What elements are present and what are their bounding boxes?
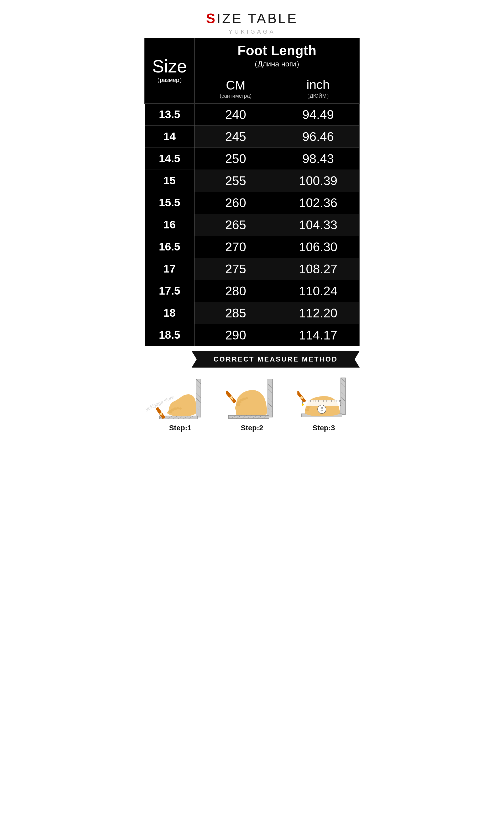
table-row: 15.5260102.36 [144,192,360,214]
td-inch: 112.20 [277,302,360,324]
td-inch: 114.17 [277,324,360,346]
td-inch: 102.36 [277,192,360,214]
td-cm: 285 [194,302,277,324]
svg-point-47 [245,397,248,399]
td-cm: 265 [194,214,277,236]
td-size: 15.5 [144,192,194,214]
svg-rect-33 [229,415,269,418]
step3-illustration: 26 cm [297,374,350,421]
brand-label: YUKIGAGA [229,28,275,35]
step3-label: Step:3 [313,424,335,432]
th-cm-main: CM [197,78,274,93]
td-size: 17.5 [144,280,194,302]
table-row: 18.5290114.17 [144,324,360,346]
td-inch: 98.43 [277,148,360,170]
th-cm-sub: (сантиметра) [197,93,274,99]
table-row: 16.5270106.30 [144,236,360,258]
divider-left [193,32,224,32]
td-cm: 270 [194,236,277,258]
td-size: 14.5 [144,148,194,170]
svg-point-20 [176,407,179,409]
th-size-sub: （размер） [145,76,194,84]
td-inch: 108.27 [277,258,360,280]
table-body: 13.524094.491424596.4614.525098.43152551… [144,103,360,346]
td-cm: 245 [194,126,277,148]
td-size: 14 [144,126,194,148]
td-cm: 240 [194,103,277,126]
title-rest: IZE TABLE [217,11,298,26]
method-area: yukigaga store CORRECT MEASURE METHOD [144,351,360,437]
th-inch: inch （ДЮЙМ） [277,74,360,103]
td-inch: 106.30 [277,236,360,258]
step2-label: Step:2 [241,424,263,432]
svg-point-60 [305,409,309,411]
td-inch: 104.33 [277,214,360,236]
th-size: Size （размер） [144,38,194,103]
td-cm: 250 [194,148,277,170]
td-size: 17 [144,258,194,280]
th-inch-main: inch [280,78,356,92]
th-size-main: Size [145,57,194,75]
table-row: 16265104.33 [144,214,360,236]
table-row: 17275108.27 [144,258,360,280]
th-foot-main: Foot Length [197,43,356,58]
th-cm: CM (сантиметра) [194,74,277,103]
table-row: 18285112.20 [144,302,360,324]
td-cm: 280 [194,280,277,302]
table-row: 14.525098.43 [144,148,360,170]
divider: YUKIGAGA [144,28,360,35]
th-inch-sub: （ДЮЙМ） [280,93,356,100]
td-size: 16 [144,214,194,236]
table-row: 17.5280110.24 [144,280,360,302]
svg-point-81 [318,405,326,414]
svg-point-86 [301,404,304,406]
title-s: S [206,11,217,26]
svg-text:cm: cm [321,410,323,412]
td-size: 18 [144,302,194,324]
divider-right [280,32,311,32]
td-cm: 275 [194,258,277,280]
td-size: 15 [144,170,194,192]
table-row: 1424596.46 [144,126,360,148]
table-row: 13.524094.49 [144,103,360,126]
td-inch: 110.24 [277,280,360,302]
page-title: SIZE TABLE [144,10,360,26]
svg-point-21 [179,408,182,410]
td-inch: 94.49 [277,103,360,126]
svg-text:26: 26 [321,407,323,409]
svg-point-43 [236,403,240,407]
steps-row: Step:1 [144,374,360,437]
th-foot-length: Foot Length （Длина ноги） [194,38,360,74]
step-2: Step:2 [216,374,288,432]
step2-illustration [226,374,278,421]
method-section: CORRECT MEASURE METHOD [144,351,360,437]
td-size: 18.5 [144,324,194,346]
td-size: 13.5 [144,103,194,126]
td-inch: 96.46 [277,126,360,148]
header: SIZE TABLE YUKIGAGA [144,10,360,35]
td-cm: 290 [194,324,277,346]
td-cm: 260 [194,192,277,214]
td-inch: 100.39 [277,170,360,192]
step-1: Step:1 [144,374,216,432]
step-3: 26 cm Step:3 [288,374,360,432]
step1-label: Step:1 [169,424,192,432]
table-row: 15255100.39 [144,170,360,192]
method-banner: CORRECT MEASURE METHOD [192,351,360,368]
svg-point-61 [306,406,310,409]
th-foot-sub: （Длина ноги） [197,59,356,69]
td-cm: 255 [194,170,277,192]
step1-illustration [154,374,207,421]
td-size: 16.5 [144,236,194,258]
size-table: Size （размер） Foot Length （Длина ноги） C… [144,38,360,346]
